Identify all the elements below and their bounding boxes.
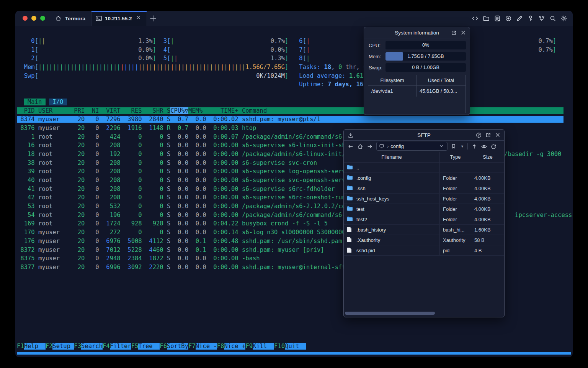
- fkey-F5[interactable]: F5: [131, 343, 139, 350]
- file-row-sshd.pid[interactable]: sshd.pid pid 4 B: [344, 245, 504, 256]
- tab-active-session[interactable]: 10.211.55.2: [91, 11, 147, 26]
- fkey-F9[interactable]: F9: [245, 343, 253, 350]
- file-row-ssh_host_keys[interactable]: ssh_host_keys Folder 4.00KB: [344, 194, 504, 204]
- fkey-F2[interactable]: F2: [46, 343, 53, 350]
- zoom-window-button[interactable]: [40, 16, 45, 21]
- folder-icon[interactable]: [483, 15, 490, 22]
- search-icon[interactable]: [549, 15, 556, 22]
- file-name: ssh_host_keys: [356, 196, 389, 202]
- chevron-down-icon[interactable]: [439, 143, 445, 150]
- file-row-..[interactable]: ..: [344, 163, 504, 173]
- fkey-F8[interactable]: F8: [217, 343, 224, 350]
- used-total-column-header[interactable]: Used / Total: [416, 75, 466, 85]
- filename-column-header[interactable]: Filename: [344, 152, 440, 162]
- fkey-F2-label[interactable]: Setup: [52, 343, 74, 350]
- folder-icon: [347, 216, 353, 222]
- minimize-window-button[interactable]: [31, 16, 36, 21]
- up-directory-icon[interactable]: [471, 143, 477, 150]
- fkey-F3-label[interactable]: Search: [81, 343, 103, 350]
- bookmark-caret-icon[interactable]: ▼: [461, 145, 464, 148]
- htop-function-bar[interactable]: F1Help F2Setup F3SearchF4FilterF5Tree F6…: [17, 342, 306, 350]
- file-row-.Xauthority[interactable]: .Xauthority Xauthority 58 B: [344, 235, 504, 245]
- file-row-.bash_history[interactable]: .bash_history bash_hi... 1.60KB: [344, 225, 504, 235]
- file-row-test2[interactable]: test2 Folder 4.00KB: [344, 214, 504, 225]
- filesystem-column-header[interactable]: Filesystem: [368, 75, 416, 85]
- open-in-window-icon[interactable]: [485, 132, 492, 138]
- fkey-F7-label[interactable]: Nice -: [196, 343, 217, 350]
- help-icon[interactable]: [476, 132, 482, 138]
- terminal-bottom-strip: [17, 352, 571, 355]
- home-tab[interactable]: Termora: [55, 11, 85, 26]
- code-icon[interactable]: [472, 15, 479, 22]
- titlebar-actions: [472, 11, 567, 26]
- file-type: Folder: [440, 173, 471, 183]
- sftp-title-bar[interactable]: SFTP: [344, 130, 504, 141]
- fkey-F3[interactable]: F3: [74, 343, 81, 350]
- fkey-F6[interactable]: F6: [160, 343, 167, 350]
- panel-title: System information: [395, 30, 439, 36]
- size-column-header[interactable]: Size: [471, 152, 504, 162]
- meter-bar: 0 B / 1.00GB: [385, 63, 466, 72]
- fkey-F1-label[interactable]: Help: [24, 343, 46, 350]
- fkey-F1[interactable]: F1: [17, 343, 24, 350]
- computer-icon: [379, 143, 385, 150]
- filesystem-table-empty-area: [368, 97, 466, 113]
- notes-icon[interactable]: [494, 15, 501, 22]
- system-information-title-bar[interactable]: System information: [364, 27, 470, 38]
- fkey-F9-label[interactable]: Kill: [253, 343, 274, 350]
- pencil-icon[interactable]: [516, 15, 523, 22]
- open-in-window-icon[interactable]: [451, 30, 457, 36]
- file-size: 4.00KB: [471, 194, 504, 204]
- folder-icon: [347, 164, 353, 171]
- refresh-icon[interactable]: [490, 143, 497, 150]
- meter-label: CPU:: [369, 43, 385, 48]
- type-column-header[interactable]: Type: [440, 152, 471, 162]
- file-type: Folder: [440, 194, 471, 204]
- show-hidden-eye-icon[interactable]: [481, 143, 487, 150]
- filesystem-row[interactable]: /dev/vda1 45.61GB / 58.3...: [368, 86, 466, 97]
- filesystem-used-total: 45.61GB / 58.3...: [416, 86, 466, 97]
- file-type: Xauthority: [440, 235, 471, 245]
- fkey-F4[interactable]: F4: [103, 343, 110, 350]
- close-icon[interactable]: [461, 30, 467, 36]
- file-name: .ssh: [356, 186, 366, 191]
- file-icon: [347, 237, 353, 243]
- bookmark-icon[interactable]: [451, 143, 457, 150]
- fkey-F8-label[interactable]: Nice +: [224, 343, 245, 350]
- close-icon[interactable]: [495, 132, 501, 138]
- home-icon[interactable]: [357, 143, 363, 150]
- close-window-button[interactable]: [23, 16, 28, 21]
- terminal-line: 8374 myuser 20 0 7296 3980 2840 S 0.7 0.…: [17, 115, 564, 124]
- record-icon[interactable]: [505, 15, 512, 22]
- file-list: .. .config Folder 4.00KB .ssh Folder 4.0…: [344, 163, 504, 256]
- terminal-line: Swp[ 0K/1024M] Load average: 1.61 1: [17, 72, 564, 80]
- download-icon[interactable]: [348, 132, 354, 138]
- fkey-F7[interactable]: F7: [188, 343, 196, 350]
- keychain-icon[interactable]: [538, 15, 545, 22]
- fkey-F10-label[interactable]: Quit: [285, 343, 306, 350]
- fkey-F5-label[interactable]: Tree: [138, 343, 160, 350]
- back-icon[interactable]: [348, 143, 354, 150]
- forward-icon[interactable]: [367, 143, 373, 150]
- file-name: .Xauthority: [356, 237, 380, 243]
- tab-close-icon[interactable]: [136, 15, 143, 22]
- file-row-test[interactable]: test Folder 4.00KB: [344, 204, 504, 214]
- meter-bar: 0%: [385, 41, 466, 49]
- breadcrumb-path: config: [390, 143, 404, 149]
- system-meters: CPU: 0% Mem: 1.75GB / 7.65GB Swap: 0 B /…: [364, 41, 470, 72]
- file-row-.config[interactable]: .config Folder 4.00KB: [344, 173, 504, 183]
- fkey-F6-label[interactable]: SortBy: [167, 343, 188, 350]
- breadcrumb-separator: ›: [387, 143, 389, 149]
- file-type: Folder: [440, 214, 471, 224]
- fkey-F4-label[interactable]: Filter: [110, 343, 131, 350]
- file-name: .config: [356, 175, 371, 181]
- new-tab-button[interactable]: [149, 15, 157, 22]
- horizontal-scrollbar-thumb[interactable]: [345, 312, 435, 315]
- key-icon[interactable]: [527, 15, 534, 22]
- file-row-.ssh[interactable]: .ssh Folder 4.00KB: [344, 183, 504, 194]
- file-icon: [347, 227, 353, 233]
- settings-gear-icon[interactable]: [560, 15, 567, 22]
- fkey-F10[interactable]: F10: [274, 343, 285, 350]
- path-breadcrumb[interactable]: › config: [376, 142, 448, 151]
- home-icon: [55, 15, 62, 22]
